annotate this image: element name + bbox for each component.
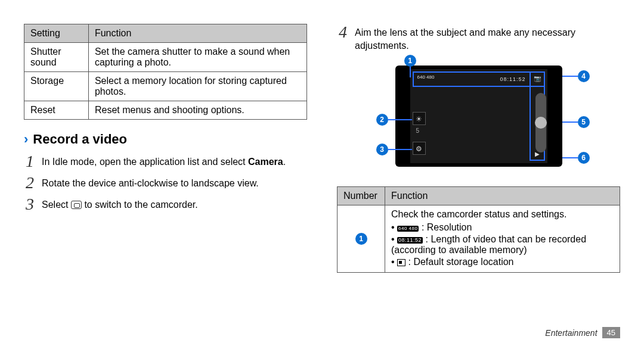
callout-1-strip: 640 480 08:11:52 ▣: [413, 71, 545, 87]
step-text: In Idle mode, open the application list …: [42, 153, 307, 170]
cell-setting: Reset: [24, 101, 89, 120]
left-column: Setting Function Shutter sound Set the c…: [24, 24, 307, 285]
callout-1: 1: [404, 55, 416, 77]
cell-setting: Storage: [24, 72, 89, 101]
cell-function: Reset menus and shooting options.: [88, 101, 306, 120]
resolution-icon: 640 480: [397, 226, 419, 232]
exposure-icon: ☀: [416, 115, 422, 123]
table-row: Storage Select a memory location for sto…: [24, 72, 307, 101]
table-row: Shutter sound Set the camera shutter to …: [24, 43, 307, 72]
thead-function: Function: [385, 187, 620, 205]
list-item: 640 480 : Resolution: [391, 222, 614, 233]
step-2: 2 Rotate the device anti-clockwise to la…: [24, 174, 307, 191]
step-text-pre: In Idle mode, open the application list …: [42, 157, 248, 167]
chevron-right-icon: ›: [24, 132, 28, 147]
function-list: 640 480 : Resolution 08:11:52 : Length o…: [391, 220, 614, 267]
section-title: Record a video: [33, 132, 127, 147]
zoom-slider[interactable]: [535, 93, 546, 152]
cell-number: 1: [338, 205, 385, 273]
thead-number: Number: [338, 187, 385, 205]
step-number: 4: [337, 24, 349, 52]
phone-outline: 640 480 08:11:52 ▣ 📷 ▶ ☀ 5: [395, 66, 562, 167]
camera-switch-icon: 📷: [534, 75, 541, 82]
step-1: 1 In Idle mode, open the application lis…: [24, 153, 307, 170]
storage-icon: [397, 259, 405, 266]
callout-badge: 6: [578, 152, 590, 164]
step-text: Rotate the device anti-clockwise to land…: [42, 174, 307, 191]
length-counter: 08:11:52: [500, 76, 525, 82]
callout-badge: 4: [578, 70, 590, 82]
step-text-pre: Select: [42, 200, 71, 210]
callout-3: 3: [376, 144, 412, 155]
callout-badge: 3: [376, 144, 388, 155]
resolution-icon: 640 480: [417, 75, 435, 79]
length-counter-icon: 08:11:52: [397, 237, 423, 244]
thead-setting: Setting: [24, 24, 89, 43]
callout-badge: 2: [376, 114, 388, 126]
cell-setting: Shutter sound: [24, 43, 89, 72]
list-item-text: : Default storage location: [405, 257, 513, 267]
camcorder-diagram: 640 480 08:11:52 ▣ 📷 ▶ ☀ 5: [366, 57, 592, 176]
list-item-text: : Resolution: [419, 222, 472, 232]
step-number: 3: [24, 196, 36, 213]
table-row: Reset Reset menus and shooting options.: [24, 101, 307, 120]
step-text-post: to switch to the camcorder.: [84, 200, 197, 210]
exposure-value: 5: [416, 127, 420, 134]
step-text-post: .: [283, 157, 286, 167]
footer-page-number: 45: [602, 327, 620, 338]
cell-function: Check the camcorder status and settings.…: [385, 205, 620, 273]
step-3: 3 Select to switch to the camcorder.: [24, 196, 307, 213]
page-footer: Entertainment 45: [545, 327, 620, 338]
section-heading: › Record a video: [24, 132, 307, 147]
settings-button[interactable]: ⚙: [413, 142, 426, 155]
step-number: 1: [24, 153, 36, 170]
settings-table: Setting Function Shutter sound Set the c…: [24, 24, 307, 120]
cell-function: Select a memory location for storing cap…: [88, 72, 306, 101]
callout-5: 5: [562, 116, 590, 128]
function-intro: Check the camcorder status and settings.: [391, 209, 614, 220]
step-4: 4 Aim the lens at the subject and make a…: [337, 24, 620, 52]
table-row: 1 Check the camcorder status and setting…: [338, 205, 620, 273]
gear-icon: ⚙: [416, 145, 422, 153]
two-column-layout: Setting Function Shutter sound Set the c…: [24, 24, 620, 285]
step-text-bold: Camera: [248, 157, 283, 167]
callout-4: 4: [562, 70, 590, 82]
phone-screen: 640 480 08:11:52 ▣ 📷 ▶ ☀ 5: [410, 69, 547, 163]
number-function-table: Number Function 1 Check the camcorder st…: [337, 186, 620, 273]
step-text: Aim the lens at the subject and make any…: [355, 24, 620, 52]
callout-badge: 5: [578, 116, 590, 128]
footer-category: Entertainment: [545, 328, 597, 338]
camera-icon: [71, 201, 82, 209]
callout-badge: 1: [404, 55, 416, 67]
cell-function: Set the camera shutter to make a sound w…: [88, 43, 306, 72]
exposure-button[interactable]: ☀: [413, 112, 426, 125]
step-text: Select to switch to the camcorder.: [42, 196, 307, 213]
slider-knob[interactable]: [535, 117, 547, 129]
callout-2: 2: [376, 114, 412, 126]
step-number: 2: [24, 174, 36, 191]
thead-function: Function: [88, 24, 306, 43]
row-badge: 1: [355, 233, 367, 245]
list-item: 08:11:52 : Length of video that can be r…: [391, 234, 614, 255]
list-item: : Default storage location: [391, 257, 614, 267]
right-column: 4 Aim the lens at the subject and make a…: [337, 24, 620, 285]
callout-6: 6: [562, 152, 590, 164]
